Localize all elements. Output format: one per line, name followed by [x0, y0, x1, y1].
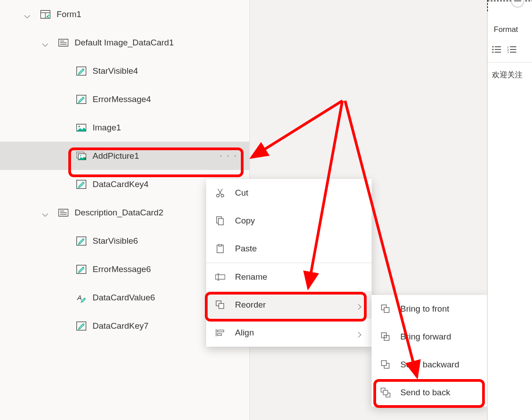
chevron-down-icon[interactable]	[25, 11, 31, 18]
menu-cut[interactable]: Cut	[206, 179, 372, 207]
svg-rect-43	[381, 361, 386, 366]
paste-icon	[215, 244, 225, 254]
tree-label: AddPicture1	[93, 151, 139, 161]
menu-label: Bring forward	[400, 332, 451, 342]
chevron-down-icon[interactable]	[43, 210, 49, 216]
menu-paste[interactable]: Paste	[206, 235, 372, 263]
send-to-back-icon	[381, 388, 390, 398]
right-panel: Format 123 欢迎关注	[487, 0, 532, 420]
tree-item-errormessage4[interactable]: ErrorMessage4	[0, 85, 249, 113]
menu-label: Send backward	[400, 360, 459, 370]
menu-label: Align	[235, 328, 254, 338]
menu-rename[interactable]: Rename	[206, 263, 372, 291]
menu-align[interactable]: Align	[206, 319, 372, 347]
svg-rect-46	[383, 390, 388, 395]
tree-label: Default Image_DataCard1	[75, 38, 174, 48]
label-edit-icon	[76, 66, 86, 76]
menu-send-backward[interactable]: Send backward	[372, 351, 488, 379]
datacard-icon	[58, 208, 68, 218]
bulleted-list-icon[interactable]	[492, 46, 501, 55]
menu-reorder[interactable]: Reorder	[206, 291, 372, 319]
form-icon	[40, 9, 50, 19]
svg-point-54	[492, 46, 494, 48]
add-picture-icon	[76, 151, 86, 161]
divider	[488, 62, 532, 63]
tree-item-image1[interactable]: Image1	[0, 113, 249, 142]
dashed-left-border	[487, 0, 488, 13]
tree-item-datacard1[interactable]: Default Image_DataCard1	[0, 28, 249, 57]
tree-label: Description_DataCard2	[75, 208, 164, 218]
menu-bring-forward[interactable]: Bring forward	[372, 323, 488, 351]
menu-label: Paste	[235, 244, 257, 254]
svg-text:A: A	[77, 294, 82, 301]
right-panel-body-text: 欢迎关注	[492, 70, 532, 80]
tree-label: DataCardValue6	[93, 293, 155, 303]
tree-item-addpicture1[interactable]: AddPicture1 · · ·	[0, 142, 249, 170]
svg-point-13	[80, 155, 81, 156]
svg-point-10	[79, 125, 80, 127]
svg-rect-37	[217, 334, 222, 335]
svg-point-58	[492, 52, 494, 53]
chevron-down-icon[interactable]	[43, 40, 49, 46]
svg-rect-34	[219, 304, 224, 308]
label-edit-icon	[76, 94, 86, 104]
chevron-right-icon	[356, 330, 363, 336]
svg-rect-28	[219, 245, 222, 246]
svg-rect-29	[216, 275, 225, 279]
more-options-button[interactable]: · · ·	[220, 151, 238, 161]
reorder-icon	[215, 300, 225, 310]
tab-label: Format	[494, 25, 518, 34]
menu-label: Bring to front	[400, 304, 449, 314]
reorder-submenu: Bring to front Bring forward Send backwa…	[372, 295, 488, 407]
menu-send-to-back[interactable]: Send to back	[372, 379, 488, 407]
tree-label: Image1	[93, 123, 121, 133]
menu-copy[interactable]: Copy	[206, 207, 372, 235]
svg-line-48	[252, 101, 342, 157]
tree-label: Form1	[57, 9, 81, 19]
label-edit-icon	[76, 321, 86, 331]
menu-label: Cut	[235, 188, 248, 198]
menu-label: Copy	[235, 216, 255, 226]
chevron-right-icon	[356, 302, 363, 308]
menu-bring-to-front[interactable]: Bring to front	[372, 295, 488, 323]
tree-label: DataCardKey7	[93, 321, 149, 331]
align-icon	[215, 328, 225, 338]
image-icon	[76, 123, 86, 133]
menu-label: Rename	[235, 272, 267, 282]
numbered-list-icon[interactable]: 123	[507, 46, 516, 55]
tree-label: StarVisible6	[93, 236, 138, 246]
svg-rect-39	[384, 308, 389, 313]
tab-format[interactable]: Format	[492, 22, 532, 37]
bring-to-front-icon	[381, 304, 390, 314]
tree-label: DataCardKey4	[93, 179, 149, 189]
label-edit-icon	[76, 179, 86, 189]
label-edit-icon	[76, 264, 86, 274]
context-menu: Cut Copy Paste Rename Reorder Align	[206, 179, 372, 347]
label-edit-icon	[76, 236, 86, 246]
rename-icon	[215, 272, 225, 282]
tree-item-form1[interactable]: Form1	[0, 0, 249, 28]
svg-rect-26	[218, 219, 223, 225]
tree-label: ErrorMessage4	[93, 94, 151, 104]
text-input-icon: A	[76, 293, 86, 303]
send-backward-icon	[381, 360, 390, 370]
tree-label: ErrorMessage6	[93, 264, 151, 274]
svg-rect-36	[217, 330, 224, 332]
copy-icon	[215, 216, 225, 226]
menu-label: Send to back	[400, 388, 450, 398]
svg-text:3: 3	[507, 51, 509, 53]
cut-icon	[215, 188, 225, 198]
format-toolbar: 123	[490, 43, 518, 58]
bring-forward-icon	[381, 332, 390, 342]
ribbon-handle-icon	[508, 0, 528, 16]
svg-point-56	[492, 49, 494, 50]
tree-item-starvisible4[interactable]: StarVisible4	[0, 57, 249, 85]
tree-label: StarVisible4	[93, 66, 138, 76]
datacard-icon	[58, 38, 68, 48]
menu-label: Reorder	[235, 300, 266, 310]
